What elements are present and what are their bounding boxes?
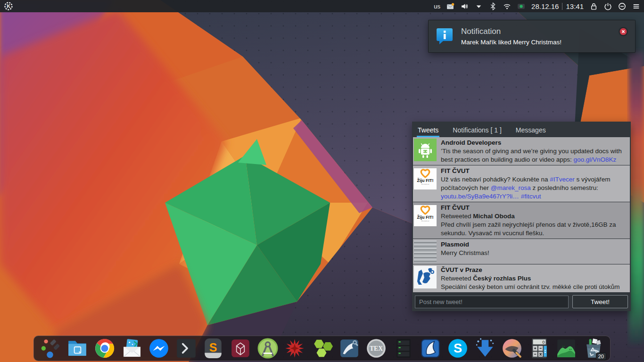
tweet-link[interactable]: #ITvecer	[550, 176, 575, 183]
mail-icon[interactable]	[446, 2, 454, 10]
dock-item-cube-3d-app[interactable]	[229, 337, 252, 360]
tweet-list: Android Developers ’Tis the season of gi…	[412, 137, 631, 292]
dock-item-system-monitor[interactable]	[555, 337, 578, 360]
avatar-stripes-icon	[414, 240, 437, 263]
twitter-widget: TweetsNotifications [ 1 ]Messages Androi…	[412, 122, 631, 311]
clock[interactable]: 28.12.16 13:41	[531, 2, 584, 10]
tweet-text: Už vás nebaví pohádky? Koukněte na #ITve…	[441, 175, 627, 201]
svg-text:0: 0	[542, 339, 545, 345]
clock-separator	[562, 3, 562, 10]
time-label: 13:41	[566, 2, 584, 10]
date-label: 28.12.16	[531, 2, 559, 10]
tweet-link[interactable]: @marek_rosa	[491, 184, 531, 191]
dock: STEXS020	[33, 336, 611, 361]
tweet-author: ČVUT v Praze	[441, 266, 627, 274]
avatar-android-icon	[414, 139, 437, 161]
volume-icon[interactable]	[461, 2, 469, 10]
svg-text:S: S	[454, 341, 462, 355]
dock-item-hexchat[interactable]	[311, 337, 333, 360]
tweet-author: Android Developers	[441, 139, 627, 147]
trash-count-badge: 20	[596, 353, 606, 360]
dock-item-trash[interactable]: 20	[582, 337, 605, 360]
dock-item-server-manager[interactable]	[392, 337, 415, 360]
dock-item-wireshark[interactable]	[419, 337, 442, 360]
notification-popup: Notification Marek Mařík liked Merry Chr…	[428, 20, 636, 53]
tweet-text: Speciální český beton umí ochránit tzv. …	[441, 283, 627, 292]
dock-item-file-manager[interactable]	[66, 337, 89, 360]
tab-tweets[interactable]: Tweets	[417, 124, 439, 137]
panel-menu-icon[interactable]	[632, 2, 640, 10]
tweet-row[interactable]: ČVUT v Praze Retweeted Český rozhlas Plu…	[413, 264, 630, 292]
power-icon[interactable]	[604, 2, 612, 10]
keyboard-layout-indicator[interactable]: us	[434, 3, 440, 10]
tweet-retweet-line: Retweeted Michal Oboda	[441, 212, 627, 221]
new-tweet-input[interactable]	[415, 296, 569, 308]
dock-item-sublime-text[interactable]: S	[202, 337, 224, 360]
tweet-link[interactable]: #fitcvut	[521, 193, 541, 200]
tweet-button[interactable]: Tweet!	[572, 295, 628, 308]
avatar-zijufit-icon: Žiju FIT!fit.cvut.cz	[414, 167, 437, 189]
expand-caret-icon[interactable]	[475, 2, 483, 10]
lock-icon[interactable]	[590, 2, 598, 10]
dock-item-mathematica[interactable]	[283, 337, 306, 360]
dock-item-messenger[interactable]	[148, 337, 170, 360]
tab-notifications[interactable]: Notifications [ 1 ]	[452, 124, 503, 137]
wifi-icon[interactable]	[503, 2, 511, 10]
dock-item-android-studio[interactable]	[256, 337, 279, 360]
info-bubble-icon	[435, 27, 454, 46]
tweet-row[interactable]: Žiju FIT!fit.cvut.cz FIT ČVUT Retweeted …	[413, 202, 630, 239]
tweet-row[interactable]: Žiju FIT!fit.cvut.cz FIT ČVUT Už vás neb…	[413, 165, 630, 202]
dock-item-calculator[interactable]: 0	[528, 337, 551, 360]
dock-item-app-launcher[interactable]	[39, 337, 62, 360]
tab-bar: TweetsNotifications [ 1 ]Messages	[412, 122, 631, 137]
tweet-link[interactable]: youtu.be/SyBa9e467rY?li…	[441, 193, 519, 200]
tweet-text: Před chvílí jsem zažil nejrychlejší přen…	[441, 221, 627, 238]
notification-title: Notification	[461, 27, 561, 36]
system-tray: us 28.12.16 13:41	[434, 2, 640, 10]
notification-body: Marek Mařík liked Merry Christmas!	[461, 39, 561, 46]
svg-text:TEX: TEX	[370, 345, 383, 352]
bluetooth-icon[interactable]	[489, 2, 497, 10]
tweet-author: FIT ČVUT	[441, 167, 627, 175]
tweet-row[interactable]: Plasmoid Merry Christmas!	[413, 239, 630, 264]
tweet-retweet-line: Retweeted Český rozhlas Plus	[441, 274, 627, 283]
tweet-row[interactable]: Android Developers ’Tis the season of gi…	[413, 137, 630, 165]
dock-item-skype[interactable]: S	[446, 337, 469, 360]
do-not-disturb-icon[interactable]	[618, 2, 626, 10]
svg-text:S: S	[209, 341, 217, 354]
media-player-icon[interactable]	[517, 2, 525, 10]
compose-bar: Tweet!	[412, 292, 631, 311]
dock-item-download-manager[interactable]	[474, 337, 496, 360]
tweet-author: FIT ČVUT	[441, 204, 627, 212]
avatar-zijufit-icon: Žiju FIT!fit.cvut.cz	[414, 204, 437, 226]
dock-item-terminal[interactable]	[175, 337, 198, 360]
tab-messages[interactable]: Messages	[515, 124, 547, 137]
dock-item-mysql-workbench[interactable]	[338, 337, 361, 360]
desktop: K us 28.12.16	[0, 0, 644, 362]
svg-text:K: K	[7, 3, 10, 9]
dock-item-chrome-browser[interactable]	[93, 337, 116, 360]
tweet-author: Plasmoid	[441, 240, 627, 249]
tweet-text: Merry Christmas!	[441, 249, 627, 257]
close-icon[interactable]	[618, 26, 628, 37]
app-launcher-menu[interactable]: K	[4, 1, 13, 11]
dock-item-globe-paint-app[interactable]	[501, 337, 523, 360]
dock-item-latex-editor[interactable]: TEX	[365, 337, 388, 360]
dock-item-mail-client[interactable]	[121, 337, 143, 360]
top-panel: K us 28.12.16	[0, 0, 644, 12]
tweet-link[interactable]: goo.gl/VnO8Kz	[573, 156, 616, 163]
avatar-cvut-icon	[414, 266, 437, 288]
tweet-text: ’Tis the season of giving and we’re givi…	[441, 147, 627, 164]
